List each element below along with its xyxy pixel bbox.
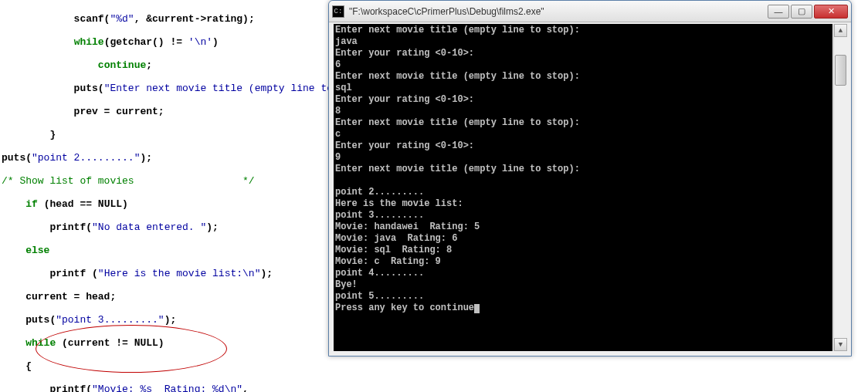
minimize-icon: — bbox=[775, 7, 783, 16]
console-line: Here is the movie list: bbox=[335, 198, 463, 209]
console-line: point 5......... bbox=[335, 291, 424, 302]
console-line: 8 bbox=[335, 106, 341, 117]
console-line: Bye! bbox=[335, 279, 358, 290]
console-line: Press any key to continue bbox=[335, 302, 474, 313]
console-line: Movie: sql Rating: 8 bbox=[335, 245, 452, 255]
console-line: Enter next movie title (empty line to st… bbox=[335, 25, 580, 35]
console-line: Enter next movie title (empty line to st… bbox=[335, 71, 580, 82]
maximize-icon: ▢ bbox=[798, 6, 805, 16]
scroll-down-button[interactable]: ▼ bbox=[834, 338, 847, 351]
console-line: Movie: c Rating: 9 bbox=[335, 256, 441, 267]
maximize-button[interactable]: ▢ bbox=[791, 5, 812, 19]
code-editor-pane[interactable]: scanf("%d", &current->rating); while(get… bbox=[0, 0, 328, 392]
console-line: Movie: java Rating: 6 bbox=[335, 233, 457, 244]
console-line: Enter next movie title (empty line to st… bbox=[335, 164, 580, 174]
console-line: 9 bbox=[335, 152, 341, 163]
scroll-up-button[interactable]: ▲ bbox=[834, 24, 847, 37]
console-line: point 2......... bbox=[335, 187, 424, 198]
vertical-scrollbar[interactable]: ▲ ▼ bbox=[833, 24, 846, 351]
console-line: Enter your rating <0-10>: bbox=[335, 140, 474, 151]
console-line: point 3......... bbox=[335, 210, 424, 221]
console-line: sql bbox=[335, 83, 352, 93]
window-title: "F:\workspaceC\cPrimerPlus\Debug\films2.… bbox=[349, 6, 768, 17]
console-line: Enter next movie title (empty line to st… bbox=[335, 117, 580, 128]
console-line: java bbox=[335, 36, 358, 47]
titlebar[interactable]: C: "F:\workspaceC\cPrimerPlus\Debug\film… bbox=[329, 1, 851, 22]
minimize-button[interactable]: — bbox=[768, 5, 789, 19]
console-line: c bbox=[335, 129, 341, 140]
close-button[interactable]: ✕ bbox=[814, 5, 848, 19]
console-line: Enter your rating <0-10>: bbox=[335, 48, 474, 59]
console-line: point 4......... bbox=[335, 268, 424, 279]
console-line: Movie: handawei Rating: 5 bbox=[335, 221, 480, 232]
console-line: Enter your rating <0-10>: bbox=[335, 94, 474, 105]
console-window[interactable]: C: "F:\workspaceC\cPrimerPlus\Debug\film… bbox=[328, 0, 852, 357]
close-icon: ✕ bbox=[828, 6, 835, 16]
cursor-icon bbox=[474, 304, 480, 313]
console-output[interactable]: Enter next movie title (empty line to st… bbox=[334, 24, 832, 351]
scroll-thumb[interactable] bbox=[835, 55, 846, 86]
console-line: 6 bbox=[335, 59, 341, 70]
app-icon: C: bbox=[332, 5, 344, 18]
